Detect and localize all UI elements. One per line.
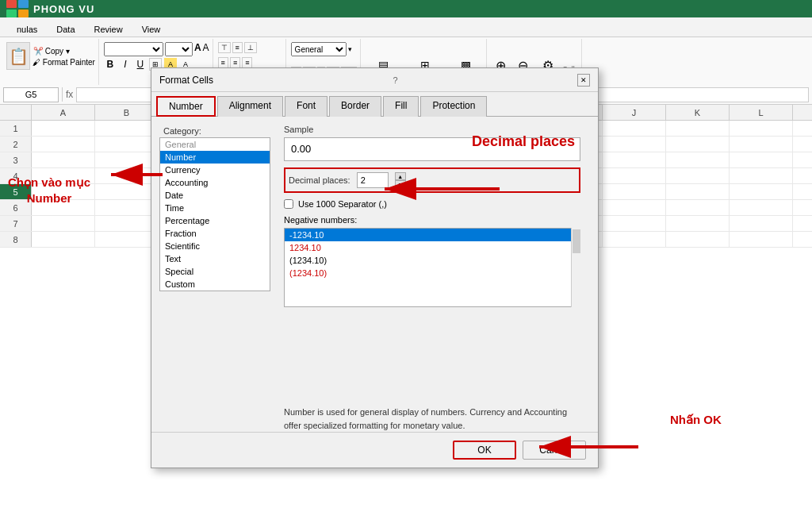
cell-l5[interactable] [730,184,793,199]
category-custom[interactable]: Custom [160,278,270,291]
tab-data[interactable]: Data [48,21,83,37]
align-middle-button[interactable]: ≡ [232,42,243,53]
separator-checkbox[interactable] [284,199,293,209]
category-percentage[interactable]: Percentage [160,214,270,227]
cell-m4[interactable] [793,168,812,183]
category-scientific[interactable]: Scientific [160,240,270,252]
underline-button[interactable]: U [134,58,147,71]
negative-item-2[interactable]: 1234.10 [285,241,580,254]
cell-m8[interactable] [793,232,812,247]
align-right-button[interactable]: ≡ [242,57,252,68]
cell-j2[interactable] [603,137,666,152]
cell-j3[interactable] [603,152,666,167]
negative-item-4[interactable]: (1234.10) [285,267,580,279]
tab-protection[interactable]: Protection [420,96,487,117]
col-header-a[interactable]: A [32,105,95,120]
paste-button[interactable]: 📋 [6,42,30,70]
cell-b2[interactable] [95,137,159,152]
cell-b7[interactable] [95,216,159,231]
col-header-k[interactable]: K [666,105,730,120]
dialog-close-button[interactable]: ✕ [577,74,590,87]
category-number[interactable]: Number [160,151,270,164]
cell-j1[interactable] [603,121,666,136]
cell-k3[interactable] [666,152,730,167]
format-painter-button[interactable]: 🖌 Format Painter [33,58,95,67]
align-top-button[interactable]: ⊤ [218,42,231,53]
category-currency[interactable]: Currency [160,164,270,176]
cell-m2[interactable] [793,137,812,152]
cell-b8[interactable] [95,232,159,247]
italic-button[interactable]: I [119,58,132,71]
negative-list[interactable]: -1234.10 1234.10 (1234.10) (1234.10) [284,228,580,307]
tab-number[interactable]: Number [156,96,216,117]
row-header-1[interactable]: 1 [0,121,32,136]
tab-font[interactable]: Font [285,96,327,117]
cell-l3[interactable] [730,152,793,167]
cell-l1[interactable] [730,121,793,136]
cell-j6[interactable] [603,200,666,215]
align-bottom-button[interactable]: ⊥ [244,42,257,53]
tab-alignment[interactable]: Alignment [217,96,283,117]
negative-list-scrollbar[interactable] [571,228,580,307]
cell-m1[interactable] [793,121,812,136]
cell-l8[interactable] [730,232,793,247]
cell-k4[interactable] [666,168,730,183]
font-shrink-button[interactable]: A [203,42,209,56]
cell-k6[interactable] [666,200,730,215]
col-header-l[interactable]: L [730,105,793,120]
dialog-help-icon[interactable]: ? [393,75,397,85]
col-header-b[interactable]: B [95,105,159,120]
cell-m5[interactable] [793,184,812,199]
row-header-8[interactable]: 8 [0,232,32,247]
cell-a7[interactable] [32,216,95,231]
category-accounting[interactable]: Accounting [160,176,270,189]
col-header-j[interactable]: J [603,105,666,120]
row-header-3[interactable]: 3 [0,152,32,167]
category-fraction[interactable]: Fraction [160,227,270,240]
font-grow-button[interactable]: A [194,42,201,56]
tab-nulas[interactable]: nulas [8,21,46,37]
spinner-up-button[interactable]: ▲ [395,172,406,180]
category-date[interactable]: Date [160,189,270,202]
negative-item-1[interactable]: -1234.10 [285,229,580,241]
cell-a8[interactable] [32,232,95,247]
cell-m7[interactable] [793,216,812,231]
tab-review[interactable]: Review [86,21,132,37]
cell-k7[interactable] [666,216,730,231]
cell-j7[interactable] [603,216,666,231]
cell-b6[interactable] [95,200,159,215]
cell-l7[interactable] [730,216,793,231]
cell-a2[interactable] [32,137,95,152]
category-special[interactable]: Special [160,265,270,278]
copy-button[interactable]: ✂️ Copy ▾ [33,46,95,56]
font-family-select[interactable] [104,42,163,56]
cell-k2[interactable] [666,137,730,152]
font-size-select[interactable] [165,42,193,56]
align-center-button[interactable]: ≡ [230,57,240,68]
ok-button[interactable]: OK [453,441,516,460]
cell-b1[interactable] [95,121,159,136]
tab-border[interactable]: Border [329,96,381,117]
cell-m3[interactable] [793,152,812,167]
category-general[interactable]: General [160,138,270,151]
category-text[interactable]: Text [160,252,270,265]
cell-a3[interactable] [32,152,95,167]
cell-k8[interactable] [666,232,730,247]
number-format-dropdown[interactable]: ▾ [348,45,352,53]
category-time[interactable]: Time [160,202,270,214]
cell-l4[interactable] [730,168,793,183]
number-format-select[interactable]: General [291,42,347,56]
align-left-button[interactable]: ≡ [218,57,228,68]
cell-l6[interactable] [730,200,793,215]
negative-item-3[interactable]: (1234.10) [285,254,580,267]
category-list[interactable]: General Number Currency Accounting Date … [159,137,270,291]
cell-j8[interactable] [603,232,666,247]
tab-view[interactable]: View [133,21,170,37]
tab-fill[interactable]: Fill [383,96,419,117]
row-header-7[interactable]: 7 [0,216,32,231]
cell-k1[interactable] [666,121,730,136]
bold-button[interactable]: B [104,58,117,71]
cell-k5[interactable] [666,184,730,199]
cell-j5[interactable] [603,184,666,199]
cell-l2[interactable] [730,137,793,152]
